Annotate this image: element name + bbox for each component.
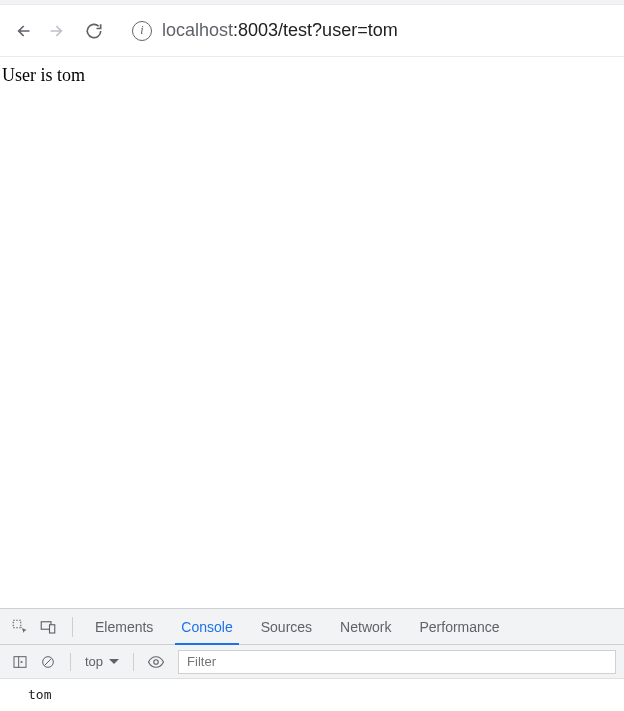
divider bbox=[72, 617, 73, 637]
svg-rect-2 bbox=[50, 624, 55, 632]
device-icon bbox=[39, 618, 57, 636]
eye-icon bbox=[147, 653, 165, 671]
forward-button[interactable] bbox=[48, 21, 68, 41]
address-bar[interactable]: i localhost:8003/test?user=tom bbox=[132, 20, 612, 41]
svg-line-6 bbox=[45, 658, 52, 665]
back-button[interactable] bbox=[12, 21, 32, 41]
context-label: top bbox=[85, 654, 103, 669]
devtools-panel: Elements Console Sources Network Perform… bbox=[0, 608, 624, 711]
execution-context-selector[interactable]: top bbox=[81, 654, 123, 669]
tab-elements[interactable]: Elements bbox=[81, 609, 167, 645]
divider bbox=[70, 653, 71, 671]
arrow-left-icon bbox=[12, 21, 32, 41]
tab-console[interactable]: Console bbox=[167, 609, 246, 645]
console-output: tom bbox=[0, 679, 624, 711]
console-filter-input[interactable] bbox=[178, 650, 616, 674]
clear-console-button[interactable] bbox=[36, 650, 60, 674]
inspect-element-button[interactable] bbox=[8, 615, 32, 639]
tab-performance[interactable]: Performance bbox=[405, 609, 513, 645]
chevron-down-icon bbox=[109, 659, 119, 664]
url-port: :8003 bbox=[233, 20, 278, 40]
reload-button[interactable] bbox=[84, 21, 104, 41]
reload-icon bbox=[84, 21, 104, 41]
arrow-right-icon bbox=[48, 21, 68, 41]
device-toolbar-button[interactable] bbox=[36, 615, 60, 639]
browser-toolbar: i localhost:8003/test?user=tom bbox=[0, 5, 624, 57]
inspect-icon bbox=[11, 618, 29, 636]
devtools-tabbar: Elements Console Sources Network Perform… bbox=[0, 609, 624, 645]
live-expression-button[interactable] bbox=[144, 650, 168, 674]
site-info-icon[interactable]: i bbox=[132, 21, 152, 41]
tab-network[interactable]: Network bbox=[326, 609, 405, 645]
url-host: localhost bbox=[162, 20, 233, 40]
url-text: localhost:8003/test?user=tom bbox=[162, 20, 398, 41]
console-message: tom bbox=[28, 687, 51, 702]
url-query: ?user=tom bbox=[312, 20, 398, 40]
url-path: /test bbox=[278, 20, 312, 40]
tab-sources[interactable]: Sources bbox=[247, 609, 326, 645]
svg-rect-3 bbox=[14, 656, 26, 667]
toggle-console-sidebar-button[interactable] bbox=[8, 650, 32, 674]
clear-icon bbox=[40, 654, 56, 670]
svg-point-7 bbox=[154, 659, 159, 664]
page-text: User is tom bbox=[2, 65, 85, 85]
console-toolbar: top bbox=[0, 645, 624, 679]
sidebar-icon bbox=[12, 654, 28, 670]
svg-rect-0 bbox=[13, 620, 21, 628]
divider bbox=[133, 653, 134, 671]
page-body: User is tom bbox=[0, 57, 624, 608]
